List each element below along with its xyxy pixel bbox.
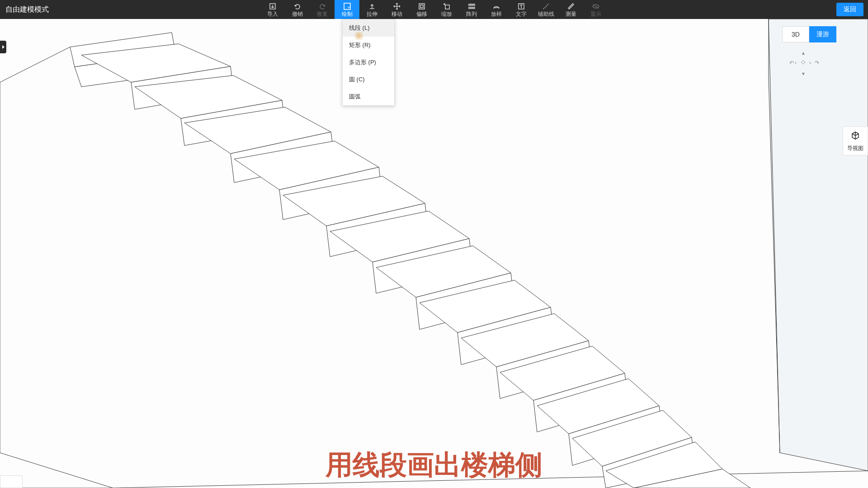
nav-left-icon[interactable]: ‹: [795, 60, 797, 66]
undo-button[interactable]: 撤销: [285, 0, 310, 19]
nav-rotate-left-icon[interactable]: ↶: [789, 60, 794, 66]
viewport[interactable]: [0, 19, 868, 488]
array-button[interactable]: 阵列: [459, 0, 484, 19]
move-icon: [392, 2, 401, 11]
array-icon: [467, 2, 476, 11]
svg-marker-9: [769, 19, 868, 471]
guide-view-icon: [850, 130, 861, 143]
undo-icon: [293, 2, 302, 11]
scale-button[interactable]: 缩放: [434, 0, 459, 19]
offset-icon: [417, 2, 426, 11]
text-icon: [517, 2, 526, 11]
redo-button[interactable]: 恢复: [310, 0, 335, 19]
svg-line-39: [0, 47, 70, 82]
menu-item-circle[interactable]: 圆 (C): [343, 71, 394, 88]
guide-icon: [542, 2, 551, 11]
svg-rect-4: [445, 5, 449, 9]
draw-button[interactable]: 绘制: [335, 0, 359, 19]
view-3d-button[interactable]: 3D: [782, 26, 809, 42]
display-button[interactable]: 显示: [583, 0, 608, 19]
svg-rect-2: [419, 4, 425, 9]
offset-button[interactable]: 偏移: [409, 0, 434, 19]
nav-down-icon[interactable]: ▾: [802, 70, 805, 77]
cursor-highlight: [355, 32, 363, 40]
view-controls: 3D 漫游: [782, 26, 836, 42]
menu-item-arc[interactable]: 圆弧: [343, 88, 394, 105]
measure-icon: [566, 2, 576, 11]
import-button[interactable]: 导入: [260, 0, 285, 19]
toolbar-center: 导入 撤销 恢复 绘制 拉伸 移动 偏移 缩放: [260, 0, 608, 19]
guide-view-label: 导视图: [847, 145, 863, 152]
return-button[interactable]: 返回: [836, 3, 863, 16]
menu-item-polygon[interactable]: 多边形 (P): [343, 54, 394, 71]
draw-dropdown: 线段 (L) 矩形 (R) 多边形 (P) 圆 (C) 圆弧: [342, 19, 395, 106]
subtitle-caption: 用线段画出楼梯侧: [326, 447, 542, 483]
nav-right-icon[interactable]: ›: [809, 60, 811, 66]
text-button[interactable]: 文字: [509, 0, 533, 19]
stairs-wireframe: [0, 19, 868, 488]
redo-icon: [318, 2, 327, 11]
sample-icon: [492, 2, 501, 11]
guide-view-button[interactable]: 导视图: [843, 127, 868, 155]
sample-button[interactable]: 放样: [484, 0, 509, 19]
measure-button[interactable]: 测量: [558, 0, 583, 19]
view-roam-button[interactable]: 漫游: [809, 26, 836, 42]
menu-item-rect[interactable]: 矩形 (R): [343, 37, 394, 54]
nav-center-icon[interactable]: ◇: [801, 59, 805, 65]
extrude-button[interactable]: 拉伸: [359, 0, 384, 19]
status-input[interactable]: [0, 475, 23, 488]
extrude-icon: [368, 2, 377, 11]
toolbar-right: 返回: [836, 0, 863, 19]
expand-handle[interactable]: [0, 41, 6, 53]
svg-rect-3: [420, 5, 423, 8]
nav-gizmo: ▴ ↶ ‹ ◇ › ↷ ▾: [784, 50, 825, 77]
app-mode-title: 自由建模模式: [0, 5, 49, 14]
nav-rotate-right-icon[interactable]: ↷: [815, 60, 819, 66]
display-icon: [591, 2, 600, 11]
svg-rect-1: [344, 3, 350, 9]
guide-button[interactable]: 辅助线: [533, 0, 558, 19]
main-toolbar: 自由建模模式 导入 撤销 恢复 绘制 拉伸 移动 偏移: [0, 0, 868, 19]
scale-icon: [442, 2, 451, 11]
move-button[interactable]: 移动: [384, 0, 409, 19]
nav-up-icon[interactable]: ▴: [802, 50, 805, 56]
import-icon: [268, 2, 277, 11]
menu-item-line[interactable]: 线段 (L): [343, 19, 394, 37]
draw-icon: [343, 2, 352, 11]
